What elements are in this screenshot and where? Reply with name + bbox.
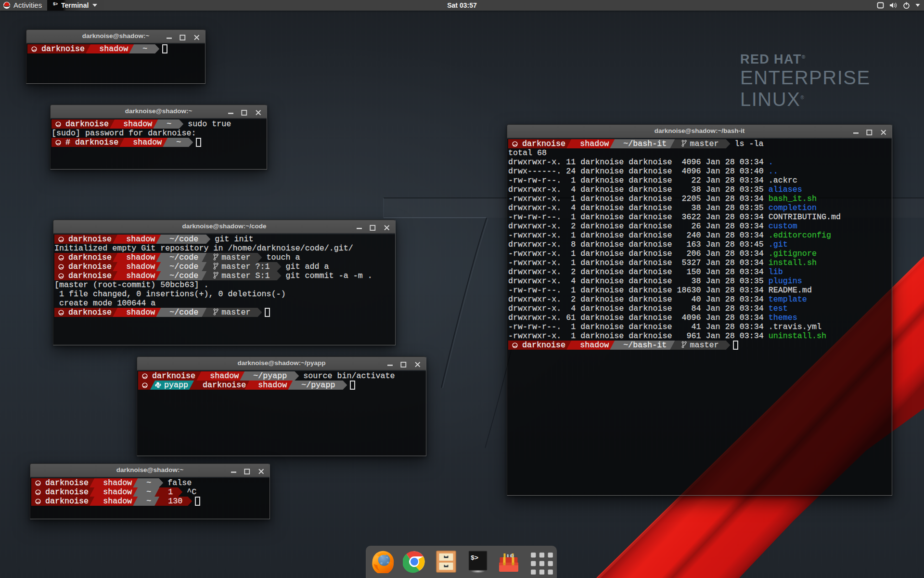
svg-text:$>: $> xyxy=(471,554,478,562)
